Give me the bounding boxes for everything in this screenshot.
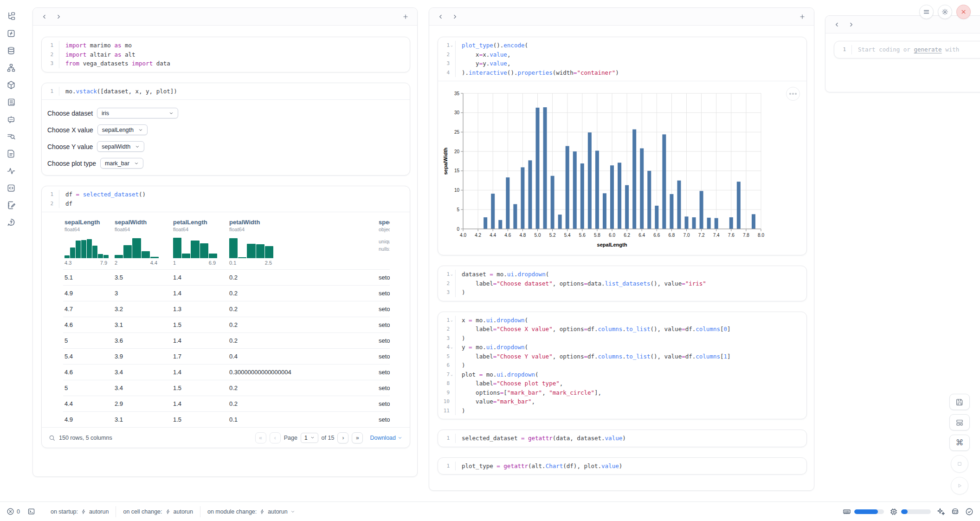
code-line[interactable]: 2import altair as alt (42, 50, 410, 59)
on-module-change-config[interactable]: on module change: autorun (200, 508, 302, 515)
keyboard-shortcuts-button[interactable]: ⌘ (949, 435, 970, 451)
snippets-icon[interactable] (6, 183, 17, 193)
file-explorer-icon[interactable] (6, 11, 17, 21)
code-line[interactable]: 8 label="Choose plot type", (438, 379, 806, 388)
help-icon[interactable] (6, 217, 17, 228)
packages-icon[interactable] (6, 80, 17, 90)
dropdown-select[interactable]: sepalLength (97, 124, 148, 135)
add-cell-button[interactable] (400, 11, 412, 23)
cell-plot-type[interactable]: 1plot_type = getattr(alt.Chart(df), plot… (438, 457, 807, 475)
ai-assist-button[interactable] (936, 507, 945, 516)
dropdown-select[interactable]: sepalWidth (97, 141, 144, 152)
column-next-button[interactable] (845, 19, 857, 31)
code-line[interactable]: 1mo.vstack([dataset, x, y, plot]) (42, 87, 410, 96)
code-line[interactable]: 9 options=["mark_bar", "mark_circle"], (438, 388, 806, 397)
table-row[interactable]: 5.13.51.40.2setosa (63, 269, 390, 285)
table-row[interactable]: 4.63.41.40.30000000000000004setosa (63, 364, 390, 380)
add-cell-button[interactable] (796, 11, 808, 23)
connection-status-button[interactable] (965, 508, 974, 516)
terminal-button[interactable] (27, 508, 35, 515)
fold-chevron-icon[interactable]: ⌄ (450, 270, 454, 279)
table-row[interactable]: 4.42.91.40.2setosa (63, 396, 390, 411)
fold-chevron-icon[interactable]: ⌄ (450, 41, 454, 50)
cell-vstack[interactable]: 1mo.vstack([dataset, x, y, plot]) Choose… (41, 83, 410, 176)
code-line[interactable]: 1selected_dataset = getattr(data, datase… (438, 434, 806, 443)
run-all-button[interactable] (951, 477, 968, 495)
logs-icon[interactable] (6, 97, 17, 107)
code-line[interactable]: 1df = selected_dataset() (42, 190, 410, 199)
code-line[interactable]: 2 x=x.value, (438, 50, 806, 59)
search-icon[interactable] (49, 435, 55, 441)
code-line[interactable]: 1plot_type = getattr(alt.Chart(df), plot… (438, 462, 806, 471)
documentation-icon[interactable] (6, 149, 17, 159)
code-line[interactable]: 1⌄plot_type().encode( (438, 41, 806, 50)
stop-kernel-button[interactable] (951, 455, 968, 473)
code-line[interactable]: 2 label="Choose dataset", options=data.l… (438, 279, 806, 288)
layout-toggle-button[interactable] (949, 414, 970, 430)
cell-dataframe[interactable]: 1df = selected_dataset()2df sepalLengthf… (41, 186, 410, 448)
save-button[interactable] (949, 394, 970, 410)
on-startup-config[interactable]: on startup: autorun (44, 508, 116, 515)
code-line[interactable]: 6) (438, 361, 806, 370)
menu-button[interactable] (919, 5, 934, 19)
column-next-button[interactable] (52, 11, 64, 23)
code-line[interactable]: 4).interactive().properties(width="conta… (438, 68, 806, 78)
download-button[interactable]: Download (370, 435, 402, 441)
altair-bar-chart[interactable]: 4.04.24.44.64.85.05.25.45.65.86.06.26.46… (442, 87, 806, 252)
copilot-button[interactable] (951, 507, 960, 516)
last-page-button[interactable]: » (352, 432, 363, 443)
code-line[interactable]: 1import marimo as mo (42, 41, 410, 50)
cell-selected-dataset[interactable]: 1selected_dataset = getattr(data, datase… (438, 430, 807, 447)
cell-dataset-dropdown[interactable]: 1⌄dataset = mo.ui.dropdown(2 label="Choo… (438, 266, 807, 301)
code-line[interactable]: 5 label="Choose Y value", options=df.col… (438, 352, 806, 361)
first-page-button[interactable]: « (255, 432, 266, 443)
code-line[interactable]: 2 label="Choose X value", options=df.col… (438, 325, 806, 334)
settings-button[interactable] (938, 5, 952, 19)
code-line[interactable]: 3) (438, 334, 806, 343)
cell-xy-plot-dropdowns[interactable]: 1⌄x = mo.ui.dropdown(2 label="Choose X v… (438, 312, 807, 420)
table-row[interactable]: 4.73.21.30.2setosa (63, 301, 390, 317)
code-line[interactable]: 1⌄dataset = mo.ui.dropdown( (438, 270, 806, 279)
column-next-button[interactable] (449, 11, 461, 23)
column-prev-button[interactable] (831, 19, 843, 31)
next-page-button[interactable]: › (337, 432, 348, 443)
table-row[interactable]: 4.63.11.50.2setosa (63, 317, 390, 332)
code-line[interactable]: 10 value="mark_bar", (438, 397, 806, 406)
variables-icon[interactable] (6, 28, 17, 39)
code-line[interactable]: 7⌄plot = mo.ui.dropdown( (438, 370, 806, 379)
tracing-icon[interactable] (6, 166, 17, 176)
column-prev-button[interactable] (39, 11, 51, 23)
fold-chevron-icon[interactable]: ⌄ (450, 316, 454, 325)
datasources-icon[interactable] (6, 46, 17, 56)
table-row[interactable]: 5.43.91.70.4setosa (63, 348, 390, 364)
cell-chart[interactable]: 1⌄plot_type().encode(2 x=x.value,3 y=y.v… (438, 37, 807, 255)
page-select[interactable]: 1 (301, 433, 318, 443)
code-line[interactable]: 3from vega_datasets import data (42, 59, 410, 68)
code-line[interactable]: 11) (438, 406, 806, 416)
code-line[interactable]: 1Start coding or generate with (834, 45, 980, 54)
table-row[interactable]: 4.931.40.2setosa (63, 285, 390, 301)
on-cell-change-config[interactable]: on cell change: autorun (116, 508, 200, 515)
chart-actions-button[interactable] (786, 87, 800, 101)
dropdown-select[interactable]: iris (97, 108, 178, 118)
code-line[interactable]: 2df (42, 199, 410, 208)
scratchpad-icon[interactable] (6, 200, 17, 210)
shutdown-button[interactable] (956, 5, 971, 19)
ai-chat-icon[interactable] (6, 114, 17, 124)
dependency-graph-icon[interactable] (6, 63, 17, 73)
column-prev-button[interactable] (435, 11, 447, 23)
table-row[interactable]: 4.93.11.50.1setosa (63, 411, 390, 427)
code-line[interactable]: 3 y=y.value, (438, 59, 806, 68)
dropdown-select[interactable]: mark_bar (100, 158, 143, 169)
prev-page-button[interactable]: ‹ (270, 432, 281, 443)
cell-empty-editor[interactable]: 1Start coding or generate with (834, 41, 980, 59)
code-line[interactable]: 3) (438, 288, 806, 297)
table-row[interactable]: 53.61.40.2setosa (63, 332, 390, 348)
fold-chevron-icon[interactable]: ⌄ (450, 343, 454, 352)
cell-imports[interactable]: 1import marimo as mo2import altair as al… (41, 37, 410, 72)
error-indicator[interactable]: 0 (6, 508, 20, 515)
fold-chevron-icon[interactable]: ⌄ (450, 370, 454, 379)
table-row[interactable]: 53.41.50.2setosa (63, 380, 390, 396)
outline-icon[interactable] (6, 131, 17, 142)
code-line[interactable]: 1⌄x = mo.ui.dropdown( (438, 316, 806, 325)
